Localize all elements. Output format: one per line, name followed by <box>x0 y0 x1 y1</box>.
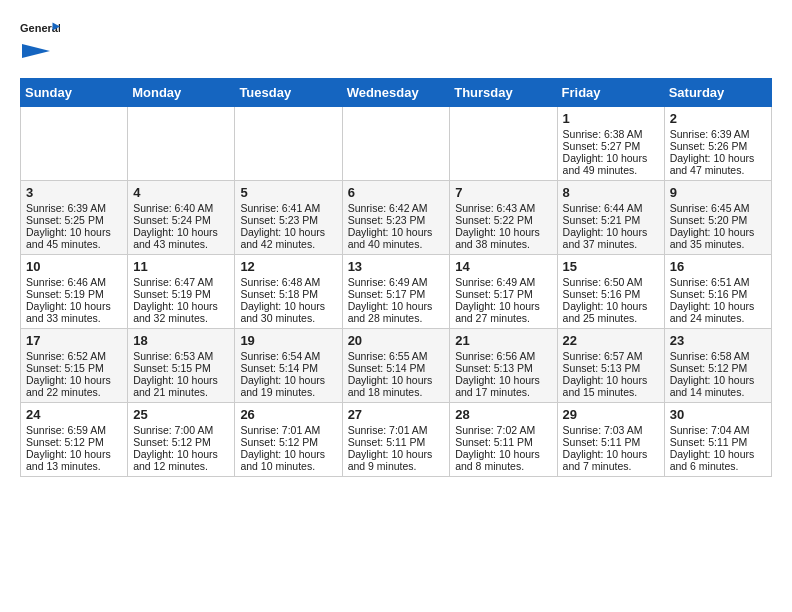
day-info-line: Sunrise: 7:04 AM <box>670 424 766 436</box>
day-info-line: and 13 minutes. <box>26 460 122 472</box>
logo-icon: General <box>20 20 60 38</box>
calendar-header-row: SundayMondayTuesdayWednesdayThursdayFrid… <box>21 79 772 107</box>
day-info-line: and 24 minutes. <box>670 312 766 324</box>
day-info-line: Sunset: 5:14 PM <box>240 362 336 374</box>
day-info-line: and 33 minutes. <box>26 312 122 324</box>
day-number: 19 <box>240 333 336 348</box>
day-info-line: and 43 minutes. <box>133 238 229 250</box>
day-info-line: Daylight: 10 hours <box>455 374 551 386</box>
calendar-cell <box>450 107 557 181</box>
calendar-cell: 5Sunrise: 6:41 AMSunset: 5:23 PMDaylight… <box>235 181 342 255</box>
day-info-line: Daylight: 10 hours <box>240 300 336 312</box>
day-info-line: Sunset: 5:12 PM <box>26 436 122 448</box>
day-info-line: and 28 minutes. <box>348 312 445 324</box>
day-number: 17 <box>26 333 122 348</box>
day-info-line: Sunset: 5:15 PM <box>26 362 122 374</box>
day-info-line: and 7 minutes. <box>563 460 659 472</box>
day-info-line: Daylight: 10 hours <box>26 300 122 312</box>
day-info-line: Daylight: 10 hours <box>348 448 445 460</box>
day-number: 8 <box>563 185 659 200</box>
day-info-line: Daylight: 10 hours <box>348 374 445 386</box>
day-number: 6 <box>348 185 445 200</box>
day-number: 24 <box>26 407 122 422</box>
day-number: 18 <box>133 333 229 348</box>
day-info-line: Sunset: 5:12 PM <box>240 436 336 448</box>
calendar-cell <box>235 107 342 181</box>
calendar-cell: 7Sunrise: 6:43 AMSunset: 5:22 PMDaylight… <box>450 181 557 255</box>
day-info-line: and 30 minutes. <box>240 312 336 324</box>
day-info-line: Sunrise: 6:49 AM <box>455 276 551 288</box>
calendar-week-row: 1Sunrise: 6:38 AMSunset: 5:27 PMDaylight… <box>21 107 772 181</box>
day-info-line: Sunrise: 6:46 AM <box>26 276 122 288</box>
day-number: 10 <box>26 259 122 274</box>
day-number: 4 <box>133 185 229 200</box>
calendar-cell: 18Sunrise: 6:53 AMSunset: 5:15 PMDayligh… <box>128 329 235 403</box>
calendar-cell <box>21 107 128 181</box>
calendar-header-saturday: Saturday <box>664 79 771 107</box>
day-info-line: Sunrise: 6:53 AM <box>133 350 229 362</box>
day-info-line: Sunset: 5:15 PM <box>133 362 229 374</box>
day-info-line: and 45 minutes. <box>26 238 122 250</box>
calendar-cell: 3Sunrise: 6:39 AMSunset: 5:25 PMDaylight… <box>21 181 128 255</box>
day-info-line: Daylight: 10 hours <box>455 226 551 238</box>
calendar-week-row: 10Sunrise: 6:46 AMSunset: 5:19 PMDayligh… <box>21 255 772 329</box>
day-number: 11 <box>133 259 229 274</box>
day-number: 12 <box>240 259 336 274</box>
day-info-line: and 15 minutes. <box>563 386 659 398</box>
day-number: 2 <box>670 111 766 126</box>
day-info-line: Daylight: 10 hours <box>348 300 445 312</box>
day-number: 30 <box>670 407 766 422</box>
calendar-cell: 11Sunrise: 6:47 AMSunset: 5:19 PMDayligh… <box>128 255 235 329</box>
day-info-line: Sunset: 5:11 PM <box>670 436 766 448</box>
day-info-line: Daylight: 10 hours <box>133 226 229 238</box>
logo-arrow-icon <box>22 40 50 62</box>
day-info-line: and 35 minutes. <box>670 238 766 250</box>
day-info-line: Daylight: 10 hours <box>455 300 551 312</box>
day-info-line: Sunrise: 7:03 AM <box>563 424 659 436</box>
day-info-line: Sunset: 5:23 PM <box>348 214 445 226</box>
day-info-line: Sunset: 5:17 PM <box>455 288 551 300</box>
day-info-line: and 14 minutes. <box>670 386 766 398</box>
day-info-line: Daylight: 10 hours <box>563 448 659 460</box>
calendar-cell: 23Sunrise: 6:58 AMSunset: 5:12 PMDayligh… <box>664 329 771 403</box>
day-info-line: Sunrise: 7:01 AM <box>348 424 445 436</box>
day-info-line: Sunset: 5:11 PM <box>455 436 551 448</box>
day-number: 13 <box>348 259 445 274</box>
day-info-line: and 18 minutes. <box>348 386 445 398</box>
day-info-line: Sunset: 5:17 PM <box>348 288 445 300</box>
day-info-line: Sunset: 5:26 PM <box>670 140 766 152</box>
day-info-line: Sunrise: 6:58 AM <box>670 350 766 362</box>
day-info-line: Sunset: 5:14 PM <box>348 362 445 374</box>
day-info-line: Sunrise: 6:48 AM <box>240 276 336 288</box>
day-info-line: Sunrise: 6:42 AM <box>348 202 445 214</box>
day-number: 15 <box>563 259 659 274</box>
page-header: General <box>20 20 772 62</box>
calendar-header-friday: Friday <box>557 79 664 107</box>
calendar-cell: 2Sunrise: 6:39 AMSunset: 5:26 PMDaylight… <box>664 107 771 181</box>
day-number: 29 <box>563 407 659 422</box>
day-info-line: and 17 minutes. <box>455 386 551 398</box>
day-info-line: Daylight: 10 hours <box>133 448 229 460</box>
calendar-cell: 28Sunrise: 7:02 AMSunset: 5:11 PMDayligh… <box>450 403 557 477</box>
day-info-line: and 10 minutes. <box>240 460 336 472</box>
day-info-line: and 47 minutes. <box>670 164 766 176</box>
calendar-table: SundayMondayTuesdayWednesdayThursdayFrid… <box>20 78 772 477</box>
day-info-line: Daylight: 10 hours <box>563 152 659 164</box>
day-info-line: Sunset: 5:16 PM <box>563 288 659 300</box>
calendar-cell: 15Sunrise: 6:50 AMSunset: 5:16 PMDayligh… <box>557 255 664 329</box>
day-info-line: and 38 minutes. <box>455 238 551 250</box>
calendar-cell: 12Sunrise: 6:48 AMSunset: 5:18 PMDayligh… <box>235 255 342 329</box>
day-info-line: Daylight: 10 hours <box>133 374 229 386</box>
day-info-line: Daylight: 10 hours <box>670 152 766 164</box>
day-info-line: and 40 minutes. <box>348 238 445 250</box>
day-info-line: Daylight: 10 hours <box>26 374 122 386</box>
day-info-line: and 49 minutes. <box>563 164 659 176</box>
day-info-line: Daylight: 10 hours <box>26 448 122 460</box>
day-info-line: Sunset: 5:23 PM <box>240 214 336 226</box>
day-number: 7 <box>455 185 551 200</box>
day-info-line: Daylight: 10 hours <box>670 374 766 386</box>
calendar-header-thursday: Thursday <box>450 79 557 107</box>
day-info-line: Sunset: 5:11 PM <box>348 436 445 448</box>
day-info-line: Sunrise: 6:44 AM <box>563 202 659 214</box>
day-info-line: Sunrise: 7:01 AM <box>240 424 336 436</box>
